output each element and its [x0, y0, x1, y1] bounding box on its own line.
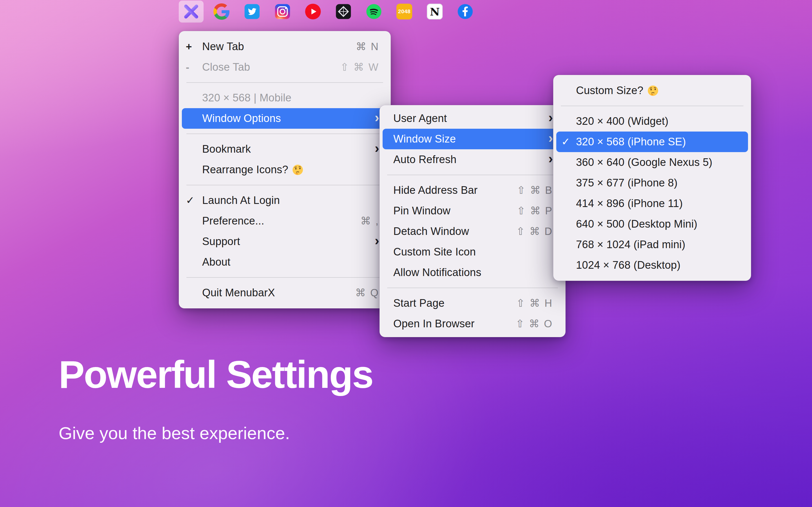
menu-item-quit-menubarx[interactable]: Quit MenubarX⌘ Q	[182, 283, 388, 303]
menu-bar: 2048N	[179, 0, 477, 23]
menubarx-icon[interactable]	[179, 1, 204, 22]
menu-item-1024-768-desktop[interactable]: 1024 × 768 (Desktop)	[556, 255, 748, 276]
checkmark-icon: ✓	[561, 136, 576, 148]
menu-item-label: Support	[202, 235, 240, 247]
menu-item-label: Custom Site Icon	[393, 246, 476, 258]
menu-item-label: Detach Window	[393, 225, 469, 237]
menu-item-pin-window[interactable]: Pin Window⇧ ⌘ P	[383, 201, 562, 221]
menu-item-label: 414 × 896 (iPhone 11)	[576, 198, 683, 210]
google-icon[interactable]	[209, 1, 234, 22]
shortcut-label: ⇧ ⌘ H	[516, 297, 553, 309]
instagram-icon[interactable]	[270, 1, 295, 22]
menu-item-allow-notifications[interactable]: Allow Notifications	[383, 262, 562, 283]
menu-item-label: Allow Notifications	[393, 267, 481, 279]
hero-text: Powerful Settings Give you the best expe…	[59, 353, 373, 444]
check-column: +	[186, 41, 202, 53]
menu-item-label: Start Page	[393, 297, 445, 309]
menu-item-rearrange-icons[interactable]: Rearrange Icons?	[182, 159, 388, 180]
menu-separator	[387, 288, 558, 288]
menu-item-label: New Tab	[202, 41, 244, 53]
menu-item-window-size[interactable]: Window Size›	[383, 129, 562, 149]
menu-item-414-896-iphone-11[interactable]: 414 × 896 (iPhone 11)	[556, 193, 748, 214]
menu-item-label: Close Tab	[202, 61, 250, 73]
menu-item-label: Launch At Login	[202, 194, 280, 207]
menu-item-label: Hide Address Bar	[393, 184, 477, 196]
menu-item-label: Window Options	[202, 112, 281, 124]
menu-item-label: 640 × 500 (Desktop Mini)	[576, 218, 697, 230]
submenu-chevron-icon: ›	[375, 142, 379, 155]
menu-item-detach-window[interactable]: Detach Window⇧ ⌘ D	[383, 221, 562, 242]
submenu-chevron-icon: ›	[375, 234, 379, 247]
shortcut-label: ⌘ N	[356, 41, 379, 53]
shortcut-label: ⌘ ,	[360, 215, 379, 227]
menu-item-320-568-mobile: 320 × 568 | Mobile	[182, 88, 388, 108]
menu-item-support[interactable]: Support›	[182, 231, 388, 252]
menu-item-label: 320 × 568 | Mobile	[202, 92, 292, 104]
notion-n-icon: N	[427, 4, 443, 19]
checkmark-icon: ✓	[186, 194, 202, 207]
menu-item-label: Preference...	[202, 215, 264, 227]
facebook-icon[interactable]	[453, 1, 477, 22]
menu-item-hide-address-bar[interactable]: Hide Address Bar⇧ ⌘ B	[383, 180, 562, 201]
menu-item-375-677-iphone-8[interactable]: 375 × 677 (iPhone 8)	[556, 173, 748, 193]
twitter-icon[interactable]	[240, 1, 264, 22]
menubarx-logo-icon	[183, 3, 199, 20]
menu-item-320-400-widget[interactable]: 320 × 400 (Widget)	[556, 111, 748, 131]
shortcut-label: ⇧ ⌘ B	[517, 184, 553, 196]
twitter-bird-icon	[244, 3, 260, 20]
menu-item-open-in-browser[interactable]: Open In Browser⇧ ⌘ O	[383, 314, 562, 334]
menu-item-360-640-google-nexus-5[interactable]: 360 × 640 (Google Nexus 5)	[556, 152, 748, 173]
dark-diamond-app-icon[interactable]	[331, 1, 356, 22]
window-size-submenu: Custom Size?320 × 400 (Widget)✓320 × 568…	[553, 75, 751, 281]
menu-item-label: About	[202, 256, 231, 268]
menu-item-label: Auto Refresh	[393, 154, 456, 166]
menu-item-label: Quit MenubarX	[202, 287, 275, 299]
menu-item-320-568-iphone-se[interactable]: ✓320 × 568 (iPhone SE)	[556, 131, 748, 152]
menu-item-label: User Agent	[393, 112, 447, 124]
game-2048-icon[interactable]: 2048	[392, 1, 417, 22]
menu-item-640-500-desktop-mini[interactable]: 640 × 500 (Desktop Mini)	[556, 214, 748, 234]
submenu-chevron-icon: ›	[548, 152, 553, 165]
menu-item-768-1024-ipad-mini[interactable]: 768 × 1024 (iPad mini)	[556, 234, 748, 255]
desktop: 2048N +New Tab⌘ N-Close Tab⇧ ⌘ W320 × 56…	[0, 0, 812, 507]
thinking-face-emoji-icon	[647, 85, 659, 96]
menu-separator	[186, 185, 383, 185]
menu-item-label: Rearrange Icons?	[202, 164, 288, 176]
menu-item-label: Window Size	[393, 133, 456, 145]
menu-item-label: Custom Size?	[576, 84, 644, 97]
menu-item-window-options[interactable]: Window Options›	[182, 108, 388, 129]
shortcut-label: ⇧ ⌘ D	[516, 225, 553, 237]
menu-separator	[186, 82, 383, 83]
menu-item-label: 375 × 677 (iPhone 8)	[576, 177, 677, 189]
menu-item-custom-size[interactable]: Custom Size?	[556, 80, 748, 101]
youtube-icon[interactable]	[301, 1, 325, 22]
shortcut-label: ⌘ Q	[355, 287, 379, 299]
menu-item-label: 1024 × 768 (Desktop)	[576, 259, 680, 271]
menu-item-custom-site-icon[interactable]: Custom Site Icon	[383, 242, 562, 262]
menu-item-label: Pin Window	[393, 205, 451, 217]
menu-item-label: Open In Browser	[393, 318, 474, 330]
window-options-submenu: User Agent›Window Size›Auto Refresh›Hide…	[379, 105, 566, 337]
menu-item-label: Bookmark	[202, 143, 251, 155]
notion-icon[interactable]: N	[422, 1, 447, 22]
menu-item-launch-at-login[interactable]: ✓Launch At Login	[182, 190, 388, 211]
spotify-icon[interactable]	[361, 1, 386, 22]
menu-item-label: 360 × 640 (Google Nexus 5)	[576, 156, 712, 168]
hero-subtitle: Give you the best experience.	[59, 422, 373, 444]
menu-item-new-tab[interactable]: +New Tab⌘ N	[182, 36, 388, 57]
spotify-waves-icon	[366, 3, 382, 20]
instagram-camera-icon	[274, 3, 291, 20]
menu-item-start-page[interactable]: Start Page⇧ ⌘ H	[383, 293, 562, 314]
menu-item-auto-refresh[interactable]: Auto Refresh›	[383, 149, 562, 170]
check-column: -	[186, 61, 202, 73]
shortcut-label: ⇧ ⌘ P	[517, 205, 553, 217]
menu-item-close-tab: -Close Tab⇧ ⌘ W	[182, 57, 388, 77]
shortcut-label: ⇧ ⌘ O	[516, 318, 553, 330]
menu-item-about[interactable]: About	[182, 252, 388, 272]
menu-item-preference[interactable]: Preference...⌘ ,	[182, 211, 388, 231]
shortcut-label: ⇧ ⌘ W	[340, 61, 379, 73]
menu-item-bookmark[interactable]: Bookmark›	[182, 139, 388, 159]
menubarx-main-menu: +New Tab⌘ N-Close Tab⇧ ⌘ W320 × 568 | Mo…	[179, 31, 391, 308]
menu-item-user-agent[interactable]: User Agent›	[383, 108, 562, 129]
submenu-chevron-icon: ›	[375, 111, 379, 124]
